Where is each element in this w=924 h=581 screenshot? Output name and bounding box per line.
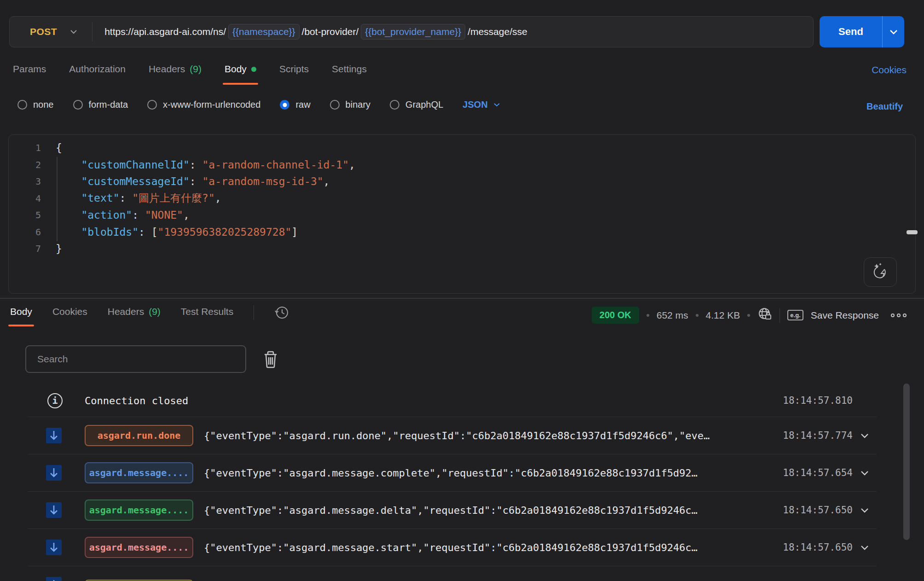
tab-label: Headers (108, 306, 144, 317)
trash-icon[interactable] (262, 350, 279, 370)
request-body-editor[interactable]: 1{2 "customChannelId": "a-random-channel… (8, 134, 916, 294)
tab-headers[interactable]: Headers(9) (149, 64, 202, 85)
url-input[interactable]: https://api.asgard-ai.com/ns/{{namespace… (92, 24, 527, 40)
list-item-sse-event[interactable]: asgard.message....{"eventType":"asgard.m… (28, 454, 877, 492)
code-content: "blobIds": ["1939596382025289728"] (41, 226, 298, 238)
tab-count: (9) (149, 306, 161, 317)
code-line[interactable]: 7} (9, 240, 915, 257)
body-type-row: noneform-datax-www-form-urlencodedrawbin… (17, 99, 501, 110)
postbot-ai-button[interactable] (864, 257, 897, 287)
download-arrow-icon[interactable] (46, 577, 62, 581)
radio-icon (147, 100, 157, 110)
expand-chevron[interactable] (853, 508, 877, 513)
line-number: 2 (9, 159, 41, 170)
response-scrollbar-thumb[interactable] (903, 383, 910, 540)
list-item-sse-event[interactable]: asgard.message....{"eventType":"asgard.m… (28, 529, 877, 566)
editor-scrollbar-thumb[interactable] (907, 230, 918, 234)
list-item-connection-closed[interactable]: iConnection closed18:14:57.810 (28, 384, 877, 417)
search-input[interactable] (25, 345, 246, 373)
language-selector[interactable]: JSON (462, 99, 500, 110)
expand-chevron[interactable] (853, 471, 877, 476)
beautify-link[interactable]: Beautify (866, 101, 903, 112)
body-type-raw[interactable]: raw (280, 99, 310, 110)
line-number: 3 (9, 176, 41, 187)
body-type-binary[interactable]: binary (330, 99, 370, 110)
response-size: 4.12 KB (706, 310, 740, 321)
body-type-x-www-form-urlencoded[interactable]: x-www-form-urlencoded (147, 99, 260, 110)
send-button[interactable]: Send (820, 16, 904, 47)
event-stream-list: iConnection closed18:14:57.810asgard.run… (28, 384, 877, 581)
event-type-badge: asgard.message.... (85, 462, 193, 483)
list-item-sse-event[interactable]: asgard.message....{"eventType":"asgard.m… (28, 492, 877, 529)
event-timestamp: 18:14:57.650 (783, 542, 853, 553)
code-line[interactable]: 5 "action": "NONE", (9, 207, 915, 224)
body-type-form-data[interactable]: form-data (73, 99, 128, 110)
line-number: 4 (9, 193, 41, 204)
info-icon: i (47, 393, 63, 408)
history-icon[interactable] (274, 305, 290, 320)
response-tab-headers[interactable]: Headers(9) (108, 306, 161, 326)
method-selector[interactable]: POST (10, 26, 92, 37)
body-type-GraphQL[interactable]: GraphQL (390, 99, 443, 110)
indent-guide (57, 157, 58, 241)
radio-label: GraphQL (405, 99, 443, 110)
section-divider (0, 298, 924, 299)
save-response-button[interactable]: Save Response (811, 310, 879, 321)
cookies-link[interactable]: Cookies (872, 64, 907, 76)
network-globe-icon[interactable] (757, 307, 772, 324)
event-type-badge: asgard.message.... (85, 500, 193, 521)
event-badge-cell: asgard.message.... (85, 500, 193, 521)
list-item-sse-event[interactable] (28, 566, 877, 581)
radio-label: binary (346, 99, 370, 110)
download-arrow-icon[interactable] (46, 465, 62, 481)
event-timestamp: 18:14:57.810 (783, 395, 853, 406)
expand-chevron[interactable] (853, 545, 877, 550)
response-tabs: BodyCookiesHeaders(9)Test Results (10, 305, 290, 328)
body-modified-dot-icon (251, 67, 256, 72)
event-timestamp: 18:14:57.654 (783, 467, 853, 478)
send-button-label[interactable]: Send (820, 16, 882, 47)
body-type-none[interactable]: none (17, 99, 54, 110)
download-arrow-icon[interactable] (46, 502, 62, 518)
list-item-sse-event[interactable]: asgard.run.done{"eventType":"asgard.run.… (28, 417, 877, 454)
radio-label: none (33, 99, 54, 110)
event-badge-cell: asgard.message.... (85, 462, 193, 483)
tab-params[interactable]: Params (13, 64, 46, 85)
url-variable-pill[interactable]: {{namespace}} (228, 24, 300, 40)
chevron-down-icon (493, 103, 501, 107)
more-options-icon[interactable] (891, 314, 907, 317)
tab-scripts[interactable]: Scripts (279, 64, 309, 85)
request-tabs: ParamsAuthorizationHeaders(9)BodyScripts… (13, 64, 367, 85)
tab-label: Body (10, 306, 32, 317)
url-segment: https://api.asgard-ai.com/ns/ (104, 26, 226, 37)
tab-settings[interactable]: Settings (332, 64, 367, 85)
code-line[interactable]: 6 "blobIds": ["1939596382025289728"] (9, 224, 915, 241)
line-number: 1 (9, 142, 41, 153)
tab-label: Cookies (52, 306, 87, 317)
response-tab-cookies[interactable]: Cookies (52, 306, 87, 326)
language-label: JSON (462, 99, 487, 110)
code-line[interactable]: 3 "customMessageId": "a-random-msg-id-3"… (9, 173, 915, 190)
download-arrow-icon[interactable] (46, 540, 62, 555)
code-line[interactable]: 1{ (9, 139, 915, 157)
meta-divider (780, 308, 780, 323)
sparkle-icon (872, 262, 889, 282)
code-line[interactable]: 2 "customChannelId": "a-random-channel-i… (9, 157, 915, 174)
url-variable-pill[interactable]: {{bot_provider_name}} (361, 24, 465, 40)
download-arrow-icon[interactable] (46, 428, 62, 443)
response-tab-body[interactable]: Body (10, 306, 32, 326)
tab-label: Params (13, 64, 46, 75)
tab-label: Settings (332, 64, 367, 75)
tab-body[interactable]: Body (225, 64, 256, 85)
event-badge-cell: asgard.message.... (85, 537, 193, 558)
tab-authorization[interactable]: Authorization (69, 64, 126, 85)
response-time: 652 ms (657, 310, 688, 321)
expand-chevron[interactable] (853, 433, 877, 438)
radio-label: x-www-form-urlencoded (163, 99, 260, 110)
event-payload-preview: {"eventType":"asgard.message.complete","… (204, 467, 783, 479)
code-content: "customChannelId": "a-random-channel-id-… (41, 159, 355, 171)
response-tab-test-results[interactable]: Test Results (181, 306, 233, 326)
code-line[interactable]: 4 "text": "圖片上有什麼?", (9, 190, 915, 207)
send-options-caret[interactable] (882, 16, 904, 47)
example-icon: e.g. (787, 310, 803, 320)
